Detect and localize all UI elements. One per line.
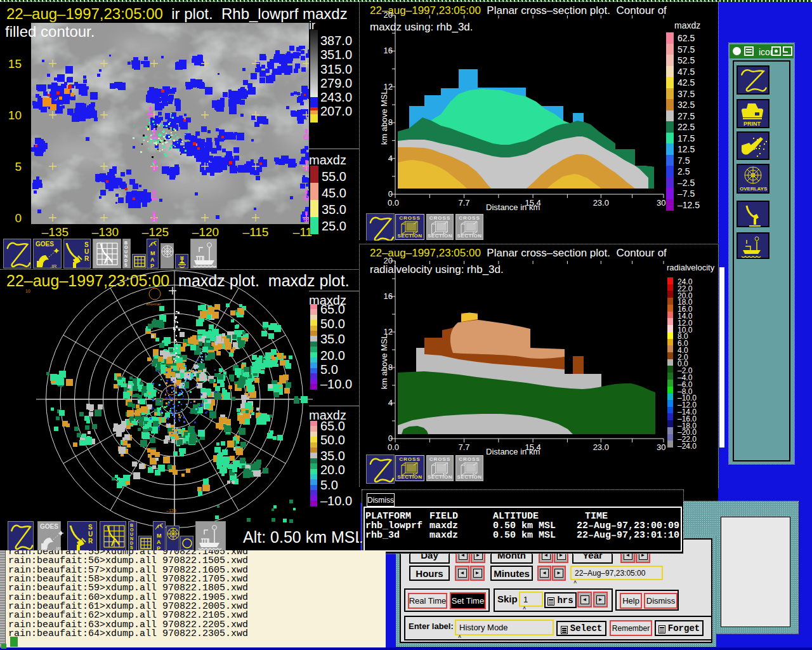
svg-text:R: R: [88, 538, 93, 545]
svg-text:–125: –125: [166, 508, 176, 513]
svg-text:R: R: [84, 255, 89, 262]
svg-text:PRINT: PRINT: [743, 121, 761, 127]
svg-text:S: S: [88, 524, 93, 531]
svg-text:b<–12–6: b<–12–6: [162, 397, 178, 401]
svg-text:GOES: GOES: [36, 241, 54, 248]
svg-text:U: U: [88, 531, 93, 538]
svg-text:who•mat: who•mat: [145, 302, 160, 306]
svg-text:U: U: [84, 248, 89, 255]
svg-text:M: M: [157, 533, 162, 539]
svg-text:A: A: [157, 539, 161, 545]
svg-text:GOES: GOES: [40, 523, 58, 530]
svg-text:S: S: [84, 241, 89, 248]
svg-text:OVERLAYS: OVERLAYS: [740, 186, 768, 192]
svg-text:M: M: [150, 250, 155, 256]
svg-text:A: A: [150, 256, 155, 263]
svg-text:.IR: .IR: [50, 263, 56, 269]
svg-text:P: P: [150, 263, 154, 269]
svg-text:10: 10: [25, 289, 30, 293]
